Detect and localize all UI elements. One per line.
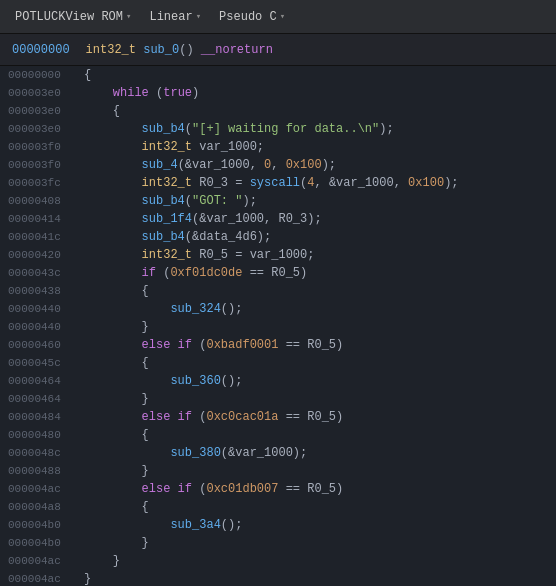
line-code: { bbox=[80, 498, 556, 516]
line-code: sub_4(&var_1000, 0, 0x100); bbox=[80, 156, 556, 174]
table-row: 00000488 } bbox=[0, 462, 556, 480]
line-code: } bbox=[80, 534, 556, 552]
token-fn: syscall bbox=[250, 176, 300, 190]
token-kw: if bbox=[142, 266, 156, 280]
token-kw: else if bbox=[142, 410, 192, 424]
code-area[interactable]: 00000000{000003e0 while (true)000003e0 {… bbox=[0, 66, 556, 586]
table-row: 0000043c if (0xf01dc0de == R0_5) bbox=[0, 264, 556, 282]
token-brace: { bbox=[142, 428, 149, 442]
table-row: 000004a8 { bbox=[0, 498, 556, 516]
token-brace: } bbox=[142, 392, 149, 406]
table-row: 00000420 int32_t R0_5 = var_1000; bbox=[0, 246, 556, 264]
line-code: } bbox=[80, 390, 556, 408]
token-op: == bbox=[278, 338, 307, 352]
line-address: 000003f0 bbox=[0, 156, 80, 174]
token-brace: } bbox=[142, 536, 149, 550]
line-address: 00000440 bbox=[0, 300, 80, 318]
token-kw: else if bbox=[142, 338, 192, 352]
token-brace: { bbox=[84, 68, 91, 82]
line-address: 00000480 bbox=[0, 426, 80, 444]
token-var: R0_5 bbox=[307, 338, 336, 352]
toolbar-pseudoc-label: Pseudo C bbox=[219, 10, 277, 24]
table-row: 00000438 { bbox=[0, 282, 556, 300]
token-num: 0x100 bbox=[286, 158, 322, 172]
token-op: = bbox=[228, 176, 250, 190]
token-punc: ); bbox=[293, 446, 307, 460]
token-fn: sub_380 bbox=[170, 446, 220, 460]
token-kw: else if bbox=[142, 482, 192, 496]
table-row: 000004ac } bbox=[0, 552, 556, 570]
line-address: 00000000 bbox=[0, 66, 80, 84]
token-fn: sub_360 bbox=[170, 374, 220, 388]
table-row: 0000048c sub_380(&var_1000); bbox=[0, 444, 556, 462]
table-row: 00000484 else if (0xc0cac01a == R0_5) bbox=[0, 408, 556, 426]
line-address: 00000484 bbox=[0, 408, 80, 426]
toolbar-view-btn[interactable]: POTLUCKView ROM ▾ bbox=[8, 7, 138, 27]
token-punc: , bbox=[264, 212, 278, 226]
token-fn: sub_b4 bbox=[142, 122, 185, 136]
line-code: else if (0xc01db007 == R0_5) bbox=[80, 480, 556, 498]
token-kw: true bbox=[163, 86, 192, 100]
token-var: R0_3 bbox=[192, 176, 228, 190]
token-brace: } bbox=[142, 464, 149, 478]
token-var: R0_5 bbox=[271, 266, 300, 280]
line-address: 000004a8 bbox=[0, 498, 80, 516]
token-fn: sub_324 bbox=[170, 302, 220, 316]
token-op: ( bbox=[192, 410, 206, 424]
token-type: int32_t bbox=[142, 140, 192, 154]
line-address: 00000414 bbox=[0, 210, 80, 228]
line-code: sub_360(); bbox=[80, 372, 556, 390]
line-code: { bbox=[80, 282, 556, 300]
token-punc: (); bbox=[221, 518, 243, 532]
token-op: ) bbox=[336, 338, 343, 352]
line-code: if (0xf01dc0de == R0_5) bbox=[80, 264, 556, 282]
line-code: { bbox=[80, 102, 556, 120]
toolbar-view-caret: ▾ bbox=[126, 11, 131, 22]
token-num: 0xf01dc0de bbox=[170, 266, 242, 280]
token-type: int32_t bbox=[142, 248, 192, 262]
line-address: 0000043c bbox=[0, 264, 80, 282]
table-row: 000004b0 } bbox=[0, 534, 556, 552]
token-punc: ( bbox=[221, 446, 228, 460]
token-punc: ); bbox=[242, 194, 256, 208]
token-punc: ); bbox=[379, 122, 393, 136]
toolbar-linear-btn[interactable]: Linear ▾ bbox=[142, 7, 208, 27]
toolbar-view-label: POTLUCKView ROM bbox=[15, 10, 123, 24]
token-str: "GOT: " bbox=[192, 194, 242, 208]
fn-return-type: int32_t bbox=[86, 43, 144, 57]
line-address: 000004ac bbox=[0, 552, 80, 570]
token-op: ) bbox=[300, 266, 307, 280]
fn-header-sig: int32_t sub_0() __noreturn bbox=[86, 43, 273, 57]
line-code: while (true) bbox=[80, 84, 556, 102]
token-num: 0xc01db007 bbox=[206, 482, 278, 496]
token-op: ) bbox=[192, 86, 199, 100]
token-var: var_1000 bbox=[192, 140, 257, 154]
token-brace: { bbox=[142, 356, 149, 370]
line-address: 000004b0 bbox=[0, 534, 80, 552]
line-code: sub_1f4(&var_1000, R0_3); bbox=[80, 210, 556, 228]
token-fn: sub_b4 bbox=[142, 230, 185, 244]
token-var: &data_4d6 bbox=[192, 230, 257, 244]
token-punc: (); bbox=[221, 302, 243, 316]
table-row: 0000045c { bbox=[0, 354, 556, 372]
token-brace: } bbox=[113, 554, 120, 568]
line-code: sub_b4(&data_4d6); bbox=[80, 228, 556, 246]
token-punc: ( bbox=[185, 194, 192, 208]
token-var: &var_1000 bbox=[329, 176, 394, 190]
token-op: ( bbox=[192, 338, 206, 352]
line-code: } bbox=[80, 462, 556, 480]
token-punc: ( bbox=[178, 158, 185, 172]
token-fn: sub_1f4 bbox=[142, 212, 192, 226]
token-punc: , bbox=[394, 176, 408, 190]
table-row: 000004ac else if (0xc01db007 == R0_5) bbox=[0, 480, 556, 498]
toolbar-linear-label: Linear bbox=[149, 10, 192, 24]
table-row: 000003e0 { bbox=[0, 102, 556, 120]
line-address: 00000438 bbox=[0, 282, 80, 300]
line-address: 0000045c bbox=[0, 354, 80, 372]
toolbar-pseudoc-btn[interactable]: Pseudo C ▾ bbox=[212, 7, 292, 27]
table-row: 00000440 } bbox=[0, 318, 556, 336]
line-code: int32_t R0_3 = syscall(4, &var_1000, 0x1… bbox=[80, 174, 556, 192]
token-var: &var_1000 bbox=[228, 446, 293, 460]
token-punc: ); bbox=[444, 176, 458, 190]
line-address: 000003fc bbox=[0, 174, 80, 192]
